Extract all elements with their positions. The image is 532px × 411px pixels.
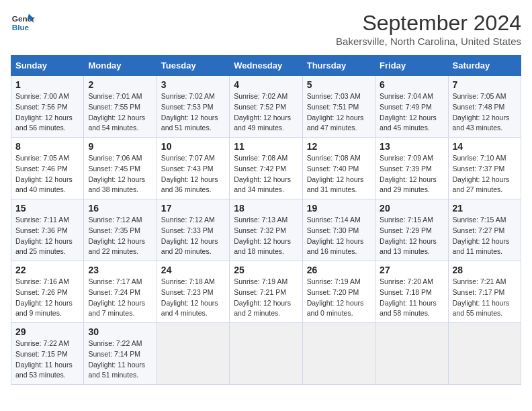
calendar-row: 8 Sunrise: 7:05 AM Sunset: 7:46 PM Dayli… [11, 138, 521, 199]
calendar-cell: 17 Sunrise: 7:12 AM Sunset: 7:33 PM Dayl… [157, 199, 229, 261]
day-info: Sunrise: 7:08 AM Sunset: 7:40 PM Dayligh… [307, 153, 371, 195]
calendar-cell: 18 Sunrise: 7:13 AM Sunset: 7:32 PM Dayl… [230, 199, 302, 261]
day-number: 8 [15, 141, 79, 152]
calendar-cell: 15 Sunrise: 7:11 AM Sunset: 7:36 PM Dayl… [11, 199, 84, 261]
day-number: 5 [307, 79, 371, 90]
calendar-cell: 27 Sunrise: 7:20 AM Sunset: 7:18 PM Dayl… [375, 261, 448, 323]
day-number: 17 [161, 203, 225, 214]
col-tuesday: Tuesday [157, 56, 229, 76]
col-friday: Friday [375, 56, 448, 76]
day-number: 6 [380, 79, 443, 90]
day-info: Sunrise: 7:19 AM Sunset: 7:20 PM Dayligh… [307, 277, 371, 319]
calendar-cell: 28 Sunrise: 7:21 AM Sunset: 7:17 PM Dayl… [448, 261, 521, 323]
day-number: 21 [453, 203, 517, 214]
calendar-cell: 29 Sunrise: 7:22 AM Sunset: 7:15 PM Dayl… [11, 323, 84, 385]
day-number: 26 [307, 265, 371, 275]
header-row: Sunday Monday Tuesday Wednesday Thursday… [11, 56, 521, 76]
day-info: Sunrise: 7:15 AM Sunset: 7:27 PM Dayligh… [453, 215, 517, 257]
calendar-cell: 10 Sunrise: 7:07 AM Sunset: 7:43 PM Dayl… [157, 138, 229, 199]
day-info: Sunrise: 7:05 AM Sunset: 7:46 PM Dayligh… [15, 153, 79, 195]
calendar-row: 29 Sunrise: 7:22 AM Sunset: 7:15 PM Dayl… [11, 323, 521, 385]
day-number: 15 [15, 203, 79, 214]
day-number: 11 [234, 141, 298, 152]
day-number: 19 [307, 203, 371, 214]
calendar-cell: 22 Sunrise: 7:16 AM Sunset: 7:26 PM Dayl… [11, 261, 84, 323]
day-info: Sunrise: 7:10 AM Sunset: 7:37 PM Dayligh… [453, 153, 517, 195]
day-info: Sunrise: 7:11 AM Sunset: 7:36 PM Dayligh… [15, 215, 79, 257]
calendar-cell: 16 Sunrise: 7:12 AM Sunset: 7:35 PM Dayl… [84, 199, 157, 261]
calendar-cell: 2 Sunrise: 7:01 AM Sunset: 7:55 PM Dayli… [84, 76, 157, 138]
day-info: Sunrise: 7:05 AM Sunset: 7:48 PM Dayligh… [453, 91, 517, 134]
day-info: Sunrise: 7:09 AM Sunset: 7:39 PM Dayligh… [380, 153, 443, 195]
day-number: 16 [88, 203, 152, 214]
day-info: Sunrise: 7:01 AM Sunset: 7:55 PM Dayligh… [88, 91, 152, 134]
day-info: Sunrise: 7:13 AM Sunset: 7:32 PM Dayligh… [234, 215, 298, 257]
calendar-table: Sunday Monday Tuesday Wednesday Thursday… [11, 55, 521, 385]
day-number: 13 [380, 141, 443, 152]
day-number: 9 [88, 141, 152, 152]
calendar-row: 22 Sunrise: 7:16 AM Sunset: 7:26 PM Dayl… [11, 261, 521, 323]
day-number: 23 [88, 265, 152, 275]
calendar-cell: 5 Sunrise: 7:03 AM Sunset: 7:51 PM Dayli… [302, 76, 375, 138]
day-number: 10 [161, 141, 225, 152]
day-info: Sunrise: 7:12 AM Sunset: 7:33 PM Dayligh… [161, 215, 225, 257]
day-number: 2 [88, 79, 152, 90]
day-info: Sunrise: 7:19 AM Sunset: 7:21 PM Dayligh… [234, 277, 298, 319]
day-number: 1 [15, 79, 79, 90]
day-info: Sunrise: 7:06 AM Sunset: 7:45 PM Dayligh… [88, 153, 152, 195]
col-wednesday: Wednesday [230, 56, 302, 76]
calendar-row: 15 Sunrise: 7:11 AM Sunset: 7:36 PM Dayl… [11, 199, 521, 261]
day-info: Sunrise: 7:21 AM Sunset: 7:17 PM Dayligh… [453, 277, 517, 319]
calendar-cell: 25 Sunrise: 7:19 AM Sunset: 7:21 PM Dayl… [230, 261, 302, 323]
calendar-cell: 4 Sunrise: 7:02 AM Sunset: 7:52 PM Dayli… [230, 76, 302, 138]
day-number: 27 [380, 265, 443, 275]
title-block: September 2024 Bakersville, North Caroli… [336, 11, 521, 47]
day-number: 4 [234, 79, 298, 90]
day-number: 18 [234, 203, 298, 214]
col-thursday: Thursday [302, 56, 375, 76]
day-info: Sunrise: 7:14 AM Sunset: 7:30 PM Dayligh… [307, 215, 371, 257]
day-number: 20 [380, 203, 443, 214]
col-monday: Monday [84, 56, 157, 76]
day-number: 28 [453, 265, 517, 275]
day-info: Sunrise: 7:15 AM Sunset: 7:29 PM Dayligh… [380, 215, 443, 257]
calendar-cell: 12 Sunrise: 7:08 AM Sunset: 7:40 PM Dayl… [302, 138, 375, 199]
day-number: 3 [161, 79, 225, 90]
calendar-cell: 9 Sunrise: 7:06 AM Sunset: 7:45 PM Dayli… [84, 138, 157, 199]
calendar-cell: 6 Sunrise: 7:04 AM Sunset: 7:49 PM Dayli… [375, 76, 448, 138]
calendar-cell: 30 Sunrise: 7:22 AM Sunset: 7:14 PM Dayl… [84, 323, 157, 385]
day-info: Sunrise: 7:02 AM Sunset: 7:53 PM Dayligh… [161, 91, 225, 134]
day-info: Sunrise: 7:20 AM Sunset: 7:18 PM Dayligh… [380, 277, 443, 319]
day-info: Sunrise: 7:22 AM Sunset: 7:15 PM Dayligh… [15, 338, 79, 381]
calendar-cell: 7 Sunrise: 7:05 AM Sunset: 7:48 PM Dayli… [448, 76, 521, 138]
calendar-cell: 3 Sunrise: 7:02 AM Sunset: 7:53 PM Dayli… [157, 76, 229, 138]
calendar-cell: 21 Sunrise: 7:15 AM Sunset: 7:27 PM Dayl… [448, 199, 521, 261]
day-info: Sunrise: 7:02 AM Sunset: 7:52 PM Dayligh… [234, 91, 298, 134]
calendar-cell: 24 Sunrise: 7:18 AM Sunset: 7:23 PM Dayl… [157, 261, 229, 323]
calendar-cell [448, 323, 521, 385]
day-number: 30 [88, 326, 152, 337]
day-number: 7 [453, 79, 517, 90]
calendar-cell: 11 Sunrise: 7:08 AM Sunset: 7:42 PM Dayl… [230, 138, 302, 199]
calendar-cell: 23 Sunrise: 7:17 AM Sunset: 7:24 PM Dayl… [84, 261, 157, 323]
day-number: 24 [161, 265, 225, 275]
day-info: Sunrise: 7:07 AM Sunset: 7:43 PM Dayligh… [161, 153, 225, 195]
calendar-cell [230, 323, 302, 385]
day-number: 22 [15, 265, 79, 275]
calendar-cell [302, 323, 375, 385]
day-info: Sunrise: 7:17 AM Sunset: 7:24 PM Dayligh… [88, 277, 152, 319]
month-title: September 2024 [336, 11, 521, 36]
col-sunday: Sunday [11, 56, 84, 76]
location-subtitle: Bakersville, North Carolina, United Stat… [336, 36, 521, 47]
calendar-cell: 1 Sunrise: 7:00 AM Sunset: 7:56 PM Dayli… [11, 76, 84, 138]
day-info: Sunrise: 7:16 AM Sunset: 7:26 PM Dayligh… [15, 277, 79, 319]
day-info: Sunrise: 7:04 AM Sunset: 7:49 PM Dayligh… [380, 91, 443, 134]
day-info: Sunrise: 7:08 AM Sunset: 7:42 PM Dayligh… [234, 153, 298, 195]
day-number: 14 [453, 141, 517, 152]
day-info: Sunrise: 7:22 AM Sunset: 7:14 PM Dayligh… [88, 338, 152, 381]
calendar-cell: 14 Sunrise: 7:10 AM Sunset: 7:37 PM Dayl… [448, 138, 521, 199]
day-info: Sunrise: 7:00 AM Sunset: 7:56 PM Dayligh… [15, 91, 79, 134]
calendar-cell: 26 Sunrise: 7:19 AM Sunset: 7:20 PM Dayl… [302, 261, 375, 323]
calendar-cell: 19 Sunrise: 7:14 AM Sunset: 7:30 PM Dayl… [302, 199, 375, 261]
day-info: Sunrise: 7:03 AM Sunset: 7:51 PM Dayligh… [307, 91, 371, 134]
